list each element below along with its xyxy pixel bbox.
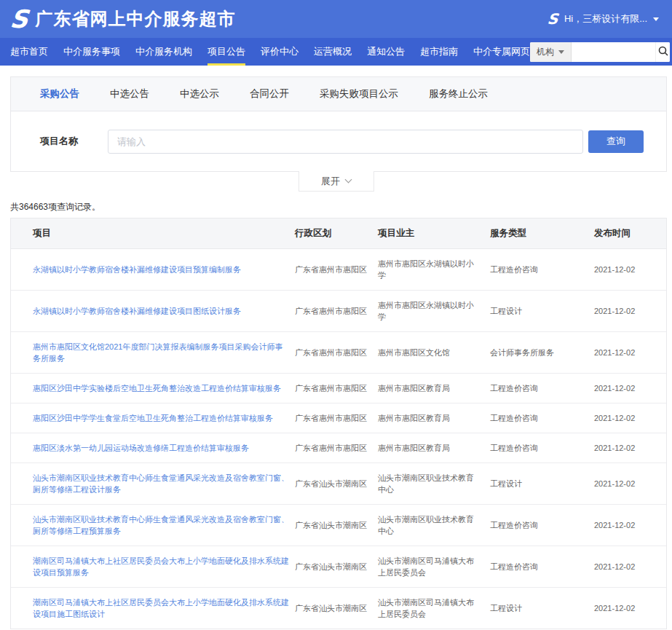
- publish-date-cell: 2021-12-02: [588, 478, 666, 489]
- region-cell: 广东省汕头市潮南区: [289, 561, 372, 572]
- tab[interactable]: 服务终止公示: [429, 87, 488, 101]
- project-link[interactable]: 惠州市惠阳区文化馆2021年度部门决算报表编制服务项目采购会计师事务所服务: [33, 341, 289, 364]
- publish-date-cell: 2021-12-02: [588, 442, 666, 454]
- table-row: 永湖镇以时小学教师宿舍楼补漏维修建设项目预算编制服务广东省惠州市惠阳区惠州市惠阳…: [11, 249, 666, 291]
- publish-date-cell: 2021-12-02: [588, 305, 666, 317]
- nav-item[interactable]: 中介服务机构: [135, 38, 192, 66]
- publish-date-cell: 2021-12-02: [588, 382, 666, 394]
- expand-button[interactable]: 展开: [299, 171, 374, 192]
- service-type-cell: 工程设计: [484, 602, 588, 614]
- owner-cell: 汕头市潮南区职业技术教育中心: [372, 513, 484, 537]
- project-link[interactable]: 永湖镇以时小学教师宿舍楼补漏维修建设项目图纸设计服务: [33, 305, 241, 317]
- chevron-down-icon: [653, 17, 659, 21]
- search-category-value: 机构: [537, 46, 554, 58]
- publish-date-cell: 2021-12-02: [588, 602, 666, 614]
- project-link[interactable]: 汕头市潮南区职业技术教育中心师生食堂通风采光改造及宿舍教室门窗、厕所等修缮工程预…: [33, 513, 289, 537]
- service-type-cell: 工程造价咨询: [484, 442, 588, 454]
- region-cell: 广东省惠州市惠阳区: [289, 347, 372, 358]
- column-header: 发布时间: [588, 227, 666, 240]
- project-cell: 汕头市潮南区职业技术教育中心师生食堂通风采光改造及宿舍教室门窗、厕所等修缮工程预…: [11, 513, 289, 537]
- table-row: 惠州市惠阳区文化馆2021年度部门决算报表编制服务项目采购会计师事务所服务广东省…: [11, 332, 666, 374]
- owner-cell: 汕头市潮南区司马浦镇大布上居民委员会: [372, 596, 484, 620]
- service-type-cell: 工程造价咨询: [484, 519, 588, 531]
- search-icon: [657, 45, 669, 59]
- project-cell: 永湖镇以时小学教师宿舍楼补漏维修建设项目预算编制服务: [11, 264, 289, 275]
- nav-item[interactable]: 运营概况: [314, 38, 352, 66]
- owner-cell: 惠州市惠阳区教育局: [372, 442, 484, 454]
- query-button[interactable]: 查询: [588, 130, 644, 153]
- main-nav: 超市首页中介服务事项中介服务机构项目公告评价中心运营概况通知公告超市指南中介专属…: [0, 38, 672, 66]
- nav-item[interactable]: 通知公告: [367, 38, 405, 66]
- search-category-select[interactable]: 机构: [530, 42, 572, 62]
- region-cell: 广东省惠州市惠阳区: [289, 305, 372, 317]
- nav-item[interactable]: 项目公告: [207, 38, 245, 66]
- owner-cell: 惠州市惠阳区永湖镇以时小学: [372, 299, 484, 323]
- project-link[interactable]: 惠阳区沙田中学实验楼后空地卫生死角整治改造工程造价结算审核服务: [33, 382, 281, 394]
- tab[interactable]: 采购失败项目公示: [320, 87, 398, 101]
- nav-item[interactable]: 超市指南: [420, 38, 458, 66]
- site-logo-icon[interactable]: S: [9, 7, 29, 31]
- region-cell: 广东省惠州市惠阳区: [289, 412, 372, 424]
- table-row: 汕头市潮南区职业技术教育中心师生食堂通风采光改造及宿舍教室门窗、厕所等修缮工程预…: [11, 505, 666, 546]
- region-cell: 广东省惠州市惠阳区: [289, 382, 372, 394]
- service-type-cell: 会计师事务所服务: [484, 347, 588, 358]
- project-name-label: 项目名称: [40, 135, 108, 148]
- table-row: 潮南区司马浦镇大布上社区居民委员会大布上小学地面硬化及排水系统建设项目预算服务广…: [11, 546, 666, 588]
- service-type-cell: 工程造价咨询: [484, 382, 588, 394]
- project-link[interactable]: 惠阳区淡水第一幼儿园运动场改造修缮工程造价结算审核服务: [33, 442, 249, 454]
- project-cell: 潮南区司马浦镇大布上社区居民委员会大布上小学地面硬化及排水系统建设项目施工图纸设…: [11, 596, 289, 620]
- project-cell: 惠阳区沙田中学实验楼后空地卫生死角整治改造工程造价结算审核服务: [11, 382, 289, 394]
- tab[interactable]: 采购公告: [40, 87, 79, 101]
- project-cell: 潮南区司马浦镇大布上社区居民委员会大布上小学地面硬化及排水系统建设项目预算服务: [11, 555, 289, 578]
- table-row: 惠阳区沙田中学学生食堂后空地卫生死角整治工程造价结算审核服务广东省惠州市惠阳区惠…: [11, 403, 666, 433]
- site-header: S 广东省网上中介服务超市 S Hi，三桥设计有限...: [0, 0, 672, 38]
- project-link[interactable]: 惠阳区沙田中学学生食堂后空地卫生死角整治工程造价结算审核服务: [33, 412, 273, 424]
- tab[interactable]: 合同公开: [250, 87, 289, 101]
- user-logo-icon: S: [547, 12, 559, 26]
- column-header: 项目: [11, 227, 289, 240]
- project-cell: 惠阳区沙田中学学生食堂后空地卫生死角整治工程造价结算审核服务: [11, 412, 289, 424]
- project-link[interactable]: 汕头市潮南区职业技术教育中心师生食堂通风采光改造及宿舍教室门窗、厕所等修缮工程设…: [33, 472, 289, 495]
- user-menu[interactable]: S Hi，三桥设计有限...: [548, 12, 659, 26]
- project-name-input[interactable]: [108, 130, 583, 154]
- expand-label: 展开: [321, 175, 340, 188]
- tab-bar: 采购公告中选公告中选公示合同公开采购失败项目公示服务终止公示: [11, 77, 666, 111]
- project-cell: 汕头市潮南区职业技术教育中心师生食堂通风采光改造及宿舍教室门窗、厕所等修缮工程设…: [11, 472, 289, 495]
- service-type-cell: 工程设计: [484, 478, 588, 489]
- nav-item[interactable]: 中介专属网页: [473, 38, 530, 66]
- service-type-cell: 工程设计: [484, 305, 588, 317]
- nav-menu: 超市首页中介服务事项中介服务机构项目公告评价中心运营概况通知公告超市指南中介专属…: [10, 38, 530, 66]
- table-row: 惠阳区沙田中学实验楼后空地卫生死角整治改造工程造价结算审核服务广东省惠州市惠阳区…: [11, 374, 666, 403]
- table-body: 永湖镇以时小学教师宿舍楼补漏维修建设项目预算编制服务广东省惠州市惠阳区惠州市惠阳…: [11, 249, 666, 629]
- service-type-cell: 工程造价咨询: [484, 264, 588, 275]
- table-row: 永湖镇以时小学教师宿舍楼补漏维修建设项目图纸设计服务广东省惠州市惠阳区惠州市惠阳…: [11, 291, 666, 332]
- site-title: 广东省网上中介服务超市: [36, 7, 236, 31]
- user-greeting: Hi，三桥设计有限...: [564, 12, 647, 25]
- publish-date-cell: 2021-12-02: [588, 347, 666, 358]
- service-type-cell: 工程造价咨询: [484, 561, 588, 572]
- nav-item[interactable]: 超市首页: [10, 38, 48, 66]
- tab[interactable]: 中选公示: [180, 87, 219, 101]
- chevron-down-icon: [345, 176, 352, 184]
- nav-search-group: 机构: [530, 42, 670, 62]
- table-header-row: 项目行政区划项目业主服务类型发布时间: [11, 218, 666, 249]
- filter-form: 项目名称 查询: [11, 111, 666, 171]
- search-input[interactable]: [572, 42, 655, 62]
- column-header: 项目业主: [372, 227, 484, 240]
- tab[interactable]: 中选公告: [110, 87, 149, 101]
- region-cell: 广东省汕头市潮南区: [289, 519, 372, 531]
- project-link[interactable]: 永湖镇以时小学教师宿舍楼补漏维修建设项目预算编制服务: [33, 264, 241, 275]
- project-cell: 永湖镇以时小学教师宿舍楼补漏维修建设项目图纸设计服务: [11, 305, 289, 317]
- nav-item[interactable]: 评价中心: [261, 38, 299, 66]
- table-row: 汕头市潮南区职业技术教育中心师生食堂通风采光改造及宿舍教室门窗、厕所等修缮工程设…: [11, 463, 666, 505]
- owner-cell: 惠州市惠阳区文化馆: [372, 347, 484, 358]
- column-header: 行政区划: [289, 227, 372, 240]
- project-link[interactable]: 潮南区司马浦镇大布上社区居民委员会大布上小学地面硬化及排水系统建设项目施工图纸设…: [33, 596, 289, 620]
- announcement-filter-panel: 采购公告中选公告中选公示合同公开采购失败项目公示服务终止公示 项目名称 查询: [10, 76, 667, 172]
- publish-date-cell: 2021-12-02: [588, 264, 666, 275]
- project-link[interactable]: 潮南区司马浦镇大布上社区居民委员会大布上小学地面硬化及排水系统建设项目预算服务: [33, 555, 289, 578]
- region-cell: 广东省汕头市潮南区: [289, 478, 372, 489]
- chevron-down-icon: [558, 50, 564, 54]
- search-button[interactable]: [655, 42, 670, 62]
- nav-item[interactable]: 中介服务事项: [63, 38, 120, 66]
